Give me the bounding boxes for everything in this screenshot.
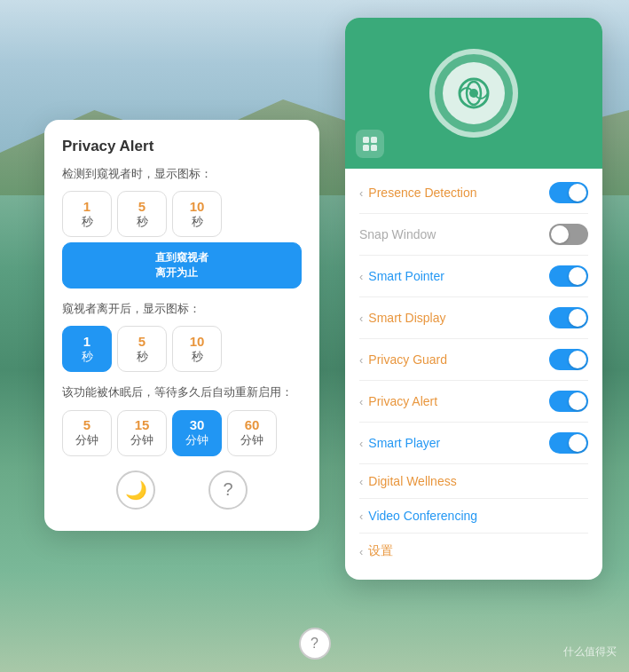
toggle-smart-pointer[interactable] xyxy=(549,265,588,287)
row2-buttons: 1 秒 5 秒 10 秒 xyxy=(62,326,302,372)
toggle-privacy-alert[interactable] xyxy=(549,391,588,412)
menu-item-privacy-alert[interactable]: ‹ Privacy Alert xyxy=(345,381,602,422)
menu-label-smart-pointer: Smart Pointer xyxy=(368,269,444,283)
svg-rect-3 xyxy=(363,137,369,143)
btn-10sec-row1[interactable]: 10 秒 xyxy=(172,191,222,237)
app-logo-inner xyxy=(443,62,505,124)
menu-label-presence: Presence Detection xyxy=(368,186,476,200)
btn-until-leave[interactable]: 直到窥视者离开为止 xyxy=(62,242,302,289)
menu-label-smart-player: Smart Player xyxy=(368,436,440,450)
menu-item-settings[interactable]: ‹ 设置 xyxy=(345,534,602,569)
chevron-icon: ‹ xyxy=(359,437,363,450)
btn-30min[interactable]: 30 分钟 xyxy=(172,410,222,456)
watermark: 什么值得买 xyxy=(563,644,617,660)
toggle-smart-display[interactable] xyxy=(549,307,588,328)
chevron-icon: ‹ xyxy=(359,395,363,408)
menu-item-smart-display[interactable]: ‹ Smart Display xyxy=(345,297,602,338)
chevron-icon: ‹ xyxy=(359,545,363,558)
svg-rect-5 xyxy=(363,145,369,151)
btn-60min[interactable]: 60 分钟 xyxy=(227,410,277,456)
toggle-privacy-guard[interactable] xyxy=(549,349,588,370)
row1-buttons: 1 秒 5 秒 10 秒 直到窥视者离开为止 xyxy=(62,191,302,289)
help-button-left[interactable]: ? xyxy=(208,470,248,510)
chevron-icon: ‹ xyxy=(359,475,363,488)
app-badge xyxy=(356,130,384,158)
menu-item-snap-window[interactable]: Snap Window xyxy=(345,214,602,255)
left-panel: Privacy Alert 检测到窥视者时，显示图标： 1 秒 5 秒 10 秒… xyxy=(44,120,319,531)
btn-15min[interactable]: 15 分钟 xyxy=(117,410,167,456)
menu-item-smart-player[interactable]: ‹ Smart Player xyxy=(345,423,602,463)
section1-label: 检测到窥视者时，显示图标： xyxy=(62,166,302,182)
svg-rect-4 xyxy=(371,137,377,143)
menu-item-digital-wellness[interactable]: ‹ Digital Wellness xyxy=(345,464,602,498)
toggle-smart-player[interactable] xyxy=(549,432,588,454)
menu-list: ‹ Presence Detection Snap Window ‹ Smart… xyxy=(345,169,602,573)
menu-label-privacy-alert: Privacy Alert xyxy=(368,394,437,408)
section3-label: 该功能被休眠后，等待多久后自动重新启用： xyxy=(62,384,302,400)
chevron-icon: ‹ xyxy=(359,270,363,283)
menu-label-privacy-guard: Privacy Guard xyxy=(368,352,447,367)
btn-1sec-row2[interactable]: 1 秒 xyxy=(62,326,112,372)
chevron-icon: ‹ xyxy=(359,312,363,325)
menu-label-smart-display: Smart Display xyxy=(368,311,445,325)
app-header xyxy=(345,18,602,169)
panel-title: Privacy Alert xyxy=(62,138,302,155)
row3-buttons: 5 分钟 15 分钟 30 分钟 60 分钟 xyxy=(62,410,302,456)
btn-5sec-row1[interactable]: 5 秒 xyxy=(117,191,167,237)
toggle-presence[interactable] xyxy=(549,182,588,203)
help-button-bottom[interactable]: ? xyxy=(299,628,331,660)
menu-label-video-conferencing: Video Conferencing xyxy=(368,509,477,523)
menu-item-privacy-guard[interactable]: ‹ Privacy Guard xyxy=(345,339,602,380)
section2-label: 窥视者离开后，显示图标： xyxy=(62,301,302,317)
menu-item-presence-detection[interactable]: ‹ Presence Detection xyxy=(345,172,602,213)
chevron-icon: ‹ xyxy=(359,510,363,523)
right-panel: ‹ Presence Detection Snap Window ‹ Smart… xyxy=(345,18,602,580)
bottom-icons: 🌙 ? xyxy=(62,470,302,510)
svg-rect-6 xyxy=(371,145,377,151)
menu-item-video-conferencing[interactable]: ‹ Video Conferencing xyxy=(345,499,602,533)
app-logo-ring xyxy=(429,49,518,138)
moon-button[interactable]: 🌙 xyxy=(116,470,155,510)
chevron-icon: ‹ xyxy=(359,353,363,367)
chevron-icon: ‹ xyxy=(359,186,363,200)
toggle-snap[interactable] xyxy=(549,224,588,245)
btn-1sec-row1[interactable]: 1 秒 xyxy=(62,191,112,237)
menu-item-smart-pointer[interactable]: ‹ Smart Pointer xyxy=(345,256,602,296)
btn-5sec-row2[interactable]: 5 秒 xyxy=(117,326,167,372)
btn-10sec-row2[interactable]: 10 秒 xyxy=(172,326,222,372)
btn-5min[interactable]: 5 分钟 xyxy=(62,410,112,456)
menu-label-digital-wellness: Digital Wellness xyxy=(368,474,456,488)
menu-label-snap: Snap Window xyxy=(359,227,436,241)
menu-label-settings: 设置 xyxy=(368,543,393,559)
app-logo-svg xyxy=(456,75,491,111)
